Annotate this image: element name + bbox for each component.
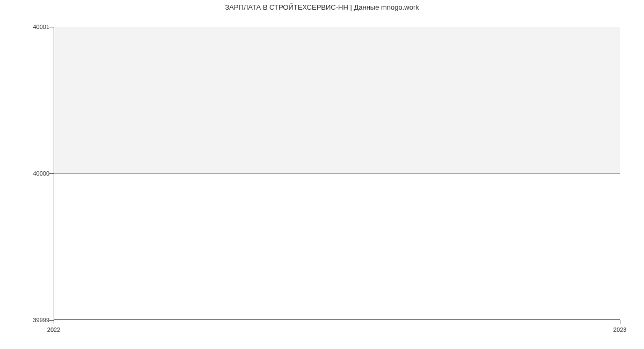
y-tick-label: 40001 (33, 24, 49, 30)
x-tick (54, 320, 54, 324)
chart-container: ЗАРПЛАТА В СТРОЙТЕХСЕРВИС-НН | Данные mn… (0, 0, 644, 349)
series-line (54, 173, 620, 174)
y-tick-label: 39999 (33, 317, 49, 323)
y-tick-label: 40000 (33, 170, 49, 177)
chart-title: ЗАРПЛАТА В СТРОЙТЕХСЕРВИС-НН | Данные mn… (0, 0, 644, 11)
plot-area (54, 27, 620, 320)
y-tick (49, 320, 54, 321)
x-tick (620, 320, 620, 324)
area-fill (54, 27, 620, 173)
y-tick (49, 173, 54, 174)
y-tick (49, 27, 54, 27)
x-tick-label: 2023 (613, 326, 626, 333)
x-tick-label: 2022 (47, 326, 60, 333)
